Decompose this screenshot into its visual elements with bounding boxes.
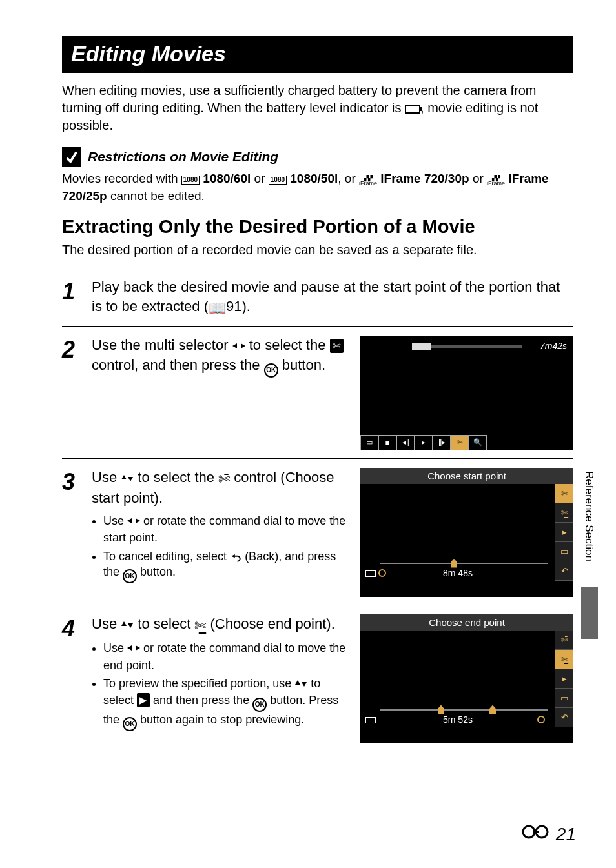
time-label: 7m42s xyxy=(540,341,567,351)
stop-control: ■ xyxy=(378,435,396,450)
svg-marker-8 xyxy=(128,623,133,628)
svg-marker-6 xyxy=(232,554,235,558)
trim-marker-start xyxy=(438,705,444,714)
play-control: ▸ xyxy=(415,435,433,450)
fmt2: 1080/50i xyxy=(290,172,338,185)
intro-paragraph: When editing movies, use a sufficiently … xyxy=(62,82,573,134)
restrictions-block: Restrictions on Movie Editing Movies rec… xyxy=(62,147,573,205)
trim-bar xyxy=(380,709,548,711)
divider xyxy=(62,268,573,268)
svg-marker-3 xyxy=(128,477,133,481)
side-tool-strip: ✄̄ ✄̲ ▸ ▭ ↶ xyxy=(555,631,573,727)
s3b2c: button. xyxy=(137,565,176,578)
trim-end-icon: ✄̲ xyxy=(555,503,573,523)
left-right-arrows-icon xyxy=(232,337,245,356)
time-label: 8m 48s xyxy=(360,568,555,578)
s3b2a: To cancel editing, select xyxy=(103,550,230,563)
frame-fwd-control: ǁ▸ xyxy=(433,435,451,450)
playback-controls: ▭ ■ ◂ǁ ▸ ǁ▸ ✄ 🔍 xyxy=(360,435,573,450)
time-label: 5m 52s xyxy=(360,714,555,725)
r-tail: cannot be edited. xyxy=(107,189,205,203)
svg-marker-1 xyxy=(241,343,245,348)
format-icon-1080-2: 1080 xyxy=(269,176,287,185)
svg-marker-2 xyxy=(121,475,127,479)
s1-t1: Play back the desired movie and pause at… xyxy=(92,279,560,314)
s2-t4: button. xyxy=(278,357,325,373)
back-icon: ↶ xyxy=(555,561,573,581)
step-number: 4 xyxy=(62,614,80,640)
s4-note-1: Use or rotate the command dial to move t… xyxy=(103,640,350,673)
screenshot-choose-end: Choose end point ✄̄ ✄̲ ▸ ▭ ↶ 5m 52s xyxy=(360,614,573,743)
s4b2e: button again to stop previewing. xyxy=(137,713,304,726)
screenshot-playback: 7m42s ▭ ■ ◂ǁ ▸ ǁ▸ ✄ 🔍 xyxy=(360,336,573,450)
svg-marker-9 xyxy=(127,645,132,651)
svg-marker-5 xyxy=(136,518,140,523)
save-icon: ▭ xyxy=(555,542,573,561)
step-2: 2 Use the multi selector to select the ✄… xyxy=(62,332,573,453)
r-mid: , or xyxy=(338,172,359,185)
divider xyxy=(62,605,573,605)
s4-t3: (Choose end point). xyxy=(206,616,334,632)
svg-marker-7 xyxy=(121,621,127,626)
fmt3: iFrame 720/30p xyxy=(380,172,469,185)
left-right-arrows-icon xyxy=(127,641,140,657)
up-down-arrows-icon xyxy=(294,677,307,692)
divider xyxy=(62,458,573,459)
s3-note-1: Use or rotate the command dial to move t… xyxy=(103,513,350,546)
step-4: 4 Use to select ✄̲ (Choose end point). U… xyxy=(62,611,573,746)
end-trim-icon: ✄̲ xyxy=(194,616,206,636)
ok-button-icon: OK xyxy=(264,363,278,378)
s4-t1: Use xyxy=(92,616,121,632)
r-a: Movies recorded with xyxy=(62,172,181,185)
section-subtitle: The desired portion of a recorded movie … xyxy=(62,243,573,257)
section-heading: Extracting Only the Desired Portion of a… xyxy=(62,216,573,237)
step-3: 3 Use to select the ✄̄ control (Choose s… xyxy=(62,464,573,600)
left-right-arrows-icon xyxy=(127,514,140,530)
step-3-notes: Use or rotate the command dial to move t… xyxy=(92,513,350,583)
trim-start-icon: ✄̄ xyxy=(555,631,573,650)
page-number: 21 xyxy=(556,824,576,845)
ok-button-icon: OK xyxy=(252,698,267,712)
footer-icon xyxy=(522,823,552,845)
preview-icon: ▸ xyxy=(555,523,573,542)
s4b1a: Use xyxy=(103,641,127,654)
r-or1: or xyxy=(254,172,269,185)
zoom-control: 🔍 xyxy=(469,435,487,450)
trim-marker xyxy=(451,559,457,568)
s3b1a: Use xyxy=(103,514,127,527)
s4-note-2: To preview the specified portion, use to… xyxy=(103,676,350,731)
batt-indicator: ▭ xyxy=(360,435,378,450)
up-down-arrows-icon xyxy=(121,616,134,635)
svg-rect-15 xyxy=(533,831,539,833)
restrictions-heading: Restrictions on Movie Editing xyxy=(88,149,278,165)
scissors-control-icon: ✄ xyxy=(330,339,344,353)
trim-end-icon: ✄̲ xyxy=(555,650,573,669)
edit-control-selected: ✄ xyxy=(451,435,469,450)
up-down-arrows-icon xyxy=(121,469,134,489)
restrictions-body: Movies recorded with 1080 1080/60i or 10… xyxy=(62,170,573,205)
screen-header: Choose end point xyxy=(360,614,573,631)
screenshot-choose-start: Choose start point ✄̄ ✄̲ ▸ ▭ ↶ 8m 48s xyxy=(360,468,573,597)
s2-t1: Use the multi selector xyxy=(92,337,232,353)
progress-thumb xyxy=(412,343,431,350)
battery-icon xyxy=(405,105,420,114)
book-ref-icon: 📖 xyxy=(209,299,226,318)
s4-t2: to select xyxy=(134,616,194,632)
save-icon: ▭ xyxy=(555,689,573,708)
step-1: 1 Play back the desired movie and pause … xyxy=(62,274,573,320)
side-tab-label: Reference Section xyxy=(582,471,595,561)
iframe-icon-2: ▞▞iFrame xyxy=(487,176,505,186)
back-icon xyxy=(230,552,241,562)
s4b2c: and then press the xyxy=(150,694,252,707)
trim-start-icon: ✄̄ xyxy=(555,484,573,503)
fmt1: 1080/60i xyxy=(203,172,251,185)
s3-note-2: To cancel editing, select (Back), and pr… xyxy=(103,549,350,583)
screen-header: Choose start point xyxy=(360,468,573,484)
side-thumb-tab xyxy=(581,587,598,639)
side-tool-strip: ✄̄ ✄̲ ▸ ▭ ↶ xyxy=(555,484,573,581)
divider xyxy=(62,326,573,327)
s3-t2: to select the xyxy=(134,469,218,485)
iframe-icon-1: ▞▞iFrame xyxy=(359,176,377,186)
s2-t2: to select the xyxy=(245,337,330,353)
svg-marker-10 xyxy=(136,645,140,651)
